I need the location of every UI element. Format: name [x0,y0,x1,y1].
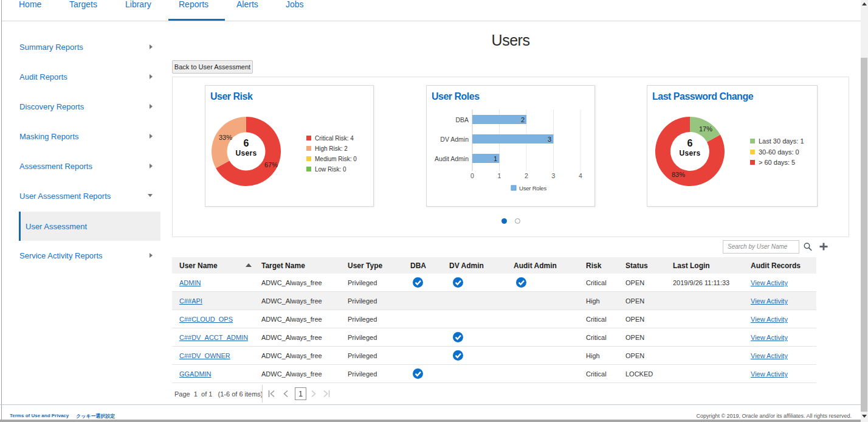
svg-text:3: 3 [552,172,556,179]
svg-text:1: 1 [494,155,497,162]
svg-text:1: 1 [498,172,501,179]
svg-text:2: 2 [521,116,525,123]
svg-text:DV Admin: DV Admin [440,136,469,143]
svg-text:3: 3 [548,136,551,143]
svg-text:User Roles: User Roles [519,185,546,192]
svg-text:DBA: DBA [455,116,469,123]
svg-text:0: 0 [470,172,474,179]
svg-text:4: 4 [579,172,582,179]
svg-text:Audit Admin: Audit Admin [435,155,469,162]
svg-text:2: 2 [525,172,528,179]
